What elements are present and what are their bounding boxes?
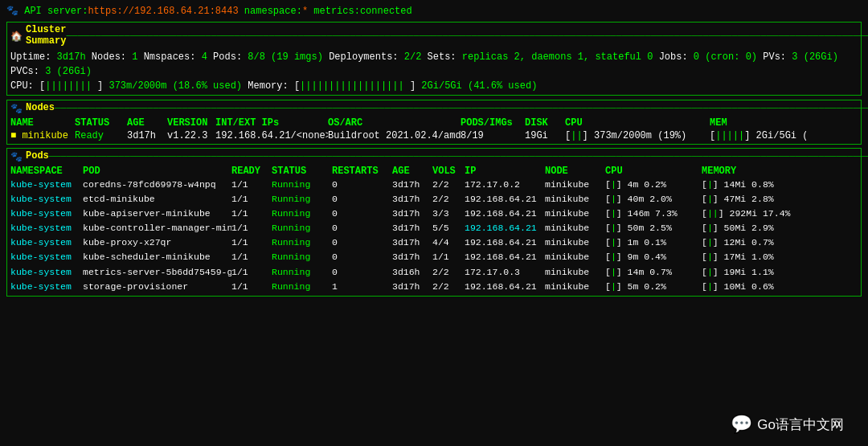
node-age: 3d17h	[127, 130, 167, 141]
pod-mem: [|] 50Mi 2.9%	[702, 222, 798, 235]
ph-node: NODE	[545, 166, 605, 177]
pod-name: metrics-server-5b6dd75459-gsdj8	[83, 266, 231, 279]
cluster-line1: Uptime: 3d17h Nodes: 1 Nmspaces: 4 Pods:…	[10, 50, 858, 79]
cluster-title: Cluster Summary	[26, 24, 66, 47]
watermark-text: Go语言中文网	[757, 415, 844, 434]
pod-age: 3d17h	[392, 251, 432, 264]
ph-ip: IP	[465, 166, 545, 177]
pod-ip: 192.168.64.21	[465, 251, 545, 264]
pod-ready: 1/1	[231, 266, 272, 279]
pod-node: minikube	[545, 280, 605, 293]
ns-val: *	[302, 6, 308, 17]
pod-status: Running	[272, 178, 332, 191]
pod-cpu: [|] 9m 0.4%	[605, 251, 702, 264]
pod-restarts: 0	[332, 266, 392, 279]
pod-ns: kube-system	[10, 193, 83, 206]
pod-status: Running	[272, 266, 332, 279]
pod-vols: 5/5	[432, 222, 465, 235]
pod-node: minikube	[545, 266, 605, 279]
pod-ip: 172.17.0.3	[465, 266, 545, 279]
pod-vols: 2/2	[432, 178, 465, 191]
nodes-title: Nodes	[26, 102, 55, 113]
watermark: 💬 Go语言中文网	[731, 414, 844, 435]
ph-vols: VOLS	[432, 166, 465, 177]
node-os: Buildroot 2021.02.4/amd64	[328, 130, 461, 141]
node-name: ■ minikube	[10, 130, 75, 141]
pod-row: kube-system etcd-minikube 1/1 Running 0 …	[10, 192, 858, 207]
ph-memory: MEMORY	[702, 166, 798, 177]
api-url: https://192.168.64.21:8443	[88, 6, 238, 17]
pod-age: 3d17h	[392, 207, 432, 220]
pod-ns: kube-system	[10, 251, 83, 264]
col-disk: DISK	[525, 117, 565, 129]
wechat-icon: 💬	[731, 414, 752, 435]
pod-ready: 1/1	[231, 207, 272, 220]
pod-mem: [||] 292Mi 17.4%	[702, 207, 798, 220]
pod-status: Running	[272, 280, 332, 293]
ph-restarts: RESTARTS	[332, 166, 392, 177]
node-mem: [|||||] 2Gi/5Gi (42%)	[710, 130, 806, 141]
pod-cpu: [|] 14m 0.7%	[605, 266, 702, 279]
col-version: VERSION	[167, 117, 215, 129]
col-age: AGE	[127, 117, 167, 129]
pod-restarts: 0	[332, 178, 392, 191]
pod-cpu: [|] 40m 2.0%	[605, 193, 702, 206]
nodes-title-bar: 🐾 Nodes ────────────────────────────────…	[10, 102, 858, 115]
pod-ns: kube-system	[10, 280, 83, 293]
ph-namespace: NAMESPACE	[10, 166, 83, 177]
pod-node: minikube	[545, 207, 605, 220]
pod-row: kube-system metrics-server-5b6dd75459-gs…	[10, 265, 858, 280]
pod-name: storage-provisioner	[83, 280, 231, 293]
terminal: 🐾 API server:https://192.168.64.21:8443 …	[0, 0, 868, 446]
ph-pod: POD	[83, 166, 231, 177]
pod-node: minikube	[545, 236, 605, 249]
pod-status: Running	[272, 236, 332, 249]
pod-ip: 172.17.0.2	[465, 178, 545, 191]
pod-age: 3d17h	[392, 222, 432, 235]
col-mem: MEM	[710, 117, 806, 129]
pod-vols: 4/4	[432, 236, 465, 249]
pod-ready: 1/1	[231, 251, 272, 264]
pod-ready: 1/1	[231, 178, 272, 191]
pod-cpu: [|] 50m 2.5%	[605, 222, 702, 235]
pod-status: Running	[272, 251, 332, 264]
pod-mem: [|] 14Mi 0.8%	[702, 178, 798, 191]
node-row-minikube: ■ minikube Ready 3d17h v1.22.3 192.168.6…	[10, 129, 858, 142]
pod-age: 3d17h	[392, 178, 432, 191]
col-pods: PODS/IMGs	[461, 117, 525, 129]
nodes-icon: 🐾	[10, 103, 23, 115]
pod-ns: kube-system	[10, 207, 83, 220]
pod-name: kube-controller-manager-minikube	[83, 222, 231, 235]
pod-ready: 1/1	[231, 193, 272, 206]
pod-ready: 1/1	[231, 236, 272, 249]
pod-cpu: [|] 4m 0.2%	[605, 178, 702, 191]
nodes-header: NAME STATUS AGE VERSION INT/EXT IPs OS/A…	[10, 117, 858, 129]
pod-vols: 2/2	[432, 193, 465, 206]
ph-ready: READY	[231, 166, 272, 177]
node-version: v1.22.3	[167, 130, 215, 141]
api-label: API server:	[24, 6, 88, 17]
metrics-label: metrics:	[313, 6, 360, 17]
ph-cpu: CPU	[605, 166, 702, 177]
cluster-line2: CPU: [|||||||| ] 373m/2000m (18.6% used)…	[10, 79, 858, 93]
metrics-status: connected	[360, 6, 412, 17]
pod-cpu: [|] 1m 0.1%	[605, 236, 702, 249]
pods-title-bar: 🐾 Pods ─────────────────────────────────…	[10, 150, 858, 163]
pod-restarts: 0	[332, 207, 392, 220]
pod-row: kube-system kube-controller-manager-mini…	[10, 221, 858, 235]
pod-mem: [|] 17Mi 1.0%	[702, 251, 798, 264]
pod-ip: 192.168.64.21	[465, 222, 545, 235]
pod-mem: [|] 47Mi 2.8%	[702, 193, 798, 206]
pod-ns: kube-system	[10, 178, 83, 191]
pods-section: 🐾 Pods ─────────────────────────────────…	[6, 148, 862, 297]
pod-cpu: [|] 146m 7.3%	[605, 207, 702, 220]
pod-name: kube-proxy-x27qr	[83, 236, 231, 249]
pod-mem: [|] 10Mi 0.6%	[702, 280, 798, 293]
node-cpu: [||] 373m/2000m (19%)	[565, 130, 710, 141]
ph-age: AGE	[392, 166, 432, 177]
pod-ready: 1/1	[231, 222, 272, 235]
pod-vols: 2/2	[432, 280, 465, 293]
pods-header: NAMESPACE POD READY STATUS RESTARTS AGE …	[10, 165, 858, 178]
pod-name: kube-apiserver-minikube	[83, 207, 231, 220]
col-os: OS/ARC	[328, 117, 461, 129]
